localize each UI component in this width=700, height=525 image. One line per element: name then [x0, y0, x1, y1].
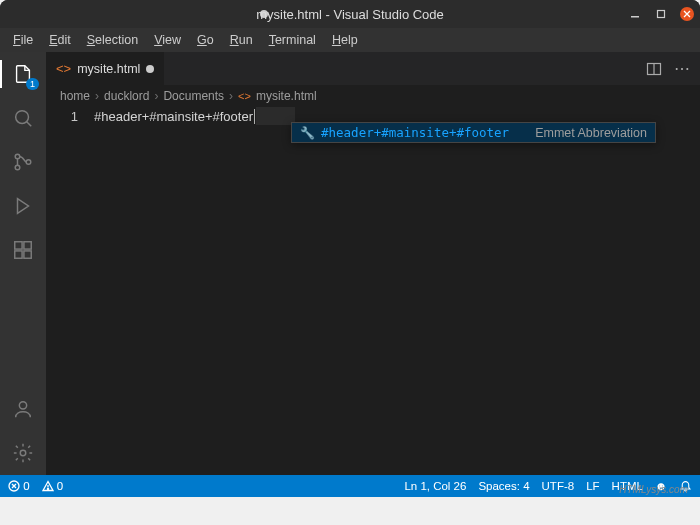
workbench-body: 1 — [0, 52, 700, 475]
run-debug-icon[interactable] — [9, 192, 37, 220]
explorer-icon[interactable]: 1 — [9, 60, 37, 88]
line-number: 1 — [46, 109, 78, 124]
encoding-status[interactable]: UTF-8 — [542, 480, 575, 492]
line-gutter: 1 — [46, 107, 94, 475]
cursor-position-status[interactable]: Ln 1, Col 26 — [404, 480, 466, 492]
suggestion-text: #header+#mainsite+#footer — [321, 125, 509, 140]
text-cursor-icon — [254, 109, 255, 124]
svg-rect-0 — [631, 16, 639, 18]
svg-rect-1 — [658, 11, 665, 18]
svg-rect-9 — [24, 251, 31, 258]
menu-run[interactable]: Run — [223, 31, 260, 49]
minimize-button[interactable] — [628, 7, 642, 21]
settings-gear-icon[interactable] — [9, 439, 37, 467]
tab-bar: <> mysite.html ⋯ — [46, 52, 700, 85]
maximize-button[interactable] — [654, 7, 668, 21]
menu-bar: File Edit Selection View Go Run Terminal… — [0, 28, 700, 52]
crumb-user[interactable]: ducklord — [104, 89, 149, 103]
close-button[interactable] — [680, 7, 694, 21]
title-bar[interactable]: mysite.html - Visual Studio Code — [0, 0, 700, 28]
minimap-viewport[interactable] — [256, 107, 295, 125]
svg-point-16 — [47, 488, 48, 489]
indent-status[interactable]: Spaces: 4 — [478, 480, 529, 492]
minimap[interactable] — [255, 107, 295, 475]
accounts-icon[interactable] — [9, 395, 37, 423]
suggestion-item[interactable]: 🔧 #header+#mainsite+#footer Emmet Abbrev… — [292, 123, 655, 142]
window-title: mysite.html - Visual Studio Code — [256, 7, 444, 22]
search-icon[interactable] — [9, 104, 37, 132]
chevron-right-icon: › — [95, 89, 99, 103]
tab-label: mysite.html — [77, 62, 140, 76]
code-content[interactable]: #header+#mainsite+#footer 🔧 #header+#mai… — [94, 107, 255, 475]
watermark-text: HTMLysys.com — [619, 484, 688, 495]
eol-status[interactable]: LF — [586, 480, 599, 492]
svg-rect-6 — [15, 242, 22, 249]
warnings-status[interactable]: 0 — [42, 480, 64, 492]
html-file-icon: <> — [56, 61, 71, 76]
svg-point-3 — [15, 154, 20, 159]
menu-help[interactable]: Help — [325, 31, 365, 49]
crumb-file[interactable]: mysite.html — [256, 89, 317, 103]
crumb-home[interactable]: home — [60, 89, 90, 103]
menu-file[interactable]: File — [6, 31, 40, 49]
breadcrumb[interactable]: home › ducklord › Documents › <> mysite.… — [46, 85, 700, 107]
tab-mysite[interactable]: <> mysite.html — [46, 52, 165, 85]
tab-modified-dot-icon — [146, 65, 154, 73]
crumb-folder[interactable]: Documents — [163, 89, 224, 103]
svg-point-2 — [16, 111, 29, 124]
chevron-right-icon: › — [154, 89, 158, 103]
svg-rect-7 — [24, 242, 31, 249]
wrench-icon: 🔧 — [300, 126, 315, 140]
suggestion-widget[interactable]: 🔧 #header+#mainsite+#footer Emmet Abbrev… — [291, 122, 656, 143]
menu-selection[interactable]: Selection — [80, 31, 145, 49]
menu-go[interactable]: Go — [190, 31, 221, 49]
menu-view[interactable]: View — [147, 31, 188, 49]
extensions-icon[interactable] — [9, 236, 37, 264]
code-editor[interactable]: 1 #header+#mainsite+#footer 🔧 #header+#m… — [46, 107, 700, 475]
explorer-badge: 1 — [26, 78, 39, 90]
html-file-icon: <> — [238, 90, 251, 102]
vscode-window: mysite.html - Visual Studio Code File Ed… — [0, 0, 700, 497]
code-text: #header+#mainsite+#footer — [94, 109, 253, 124]
source-control-icon[interactable] — [9, 148, 37, 176]
menu-edit[interactable]: Edit — [42, 31, 78, 49]
activity-bar: 1 — [0, 52, 46, 475]
chevron-right-icon: › — [229, 89, 233, 103]
suggestion-type: Emmet Abbreviation — [535, 126, 647, 140]
svg-point-4 — [15, 165, 20, 170]
svg-rect-8 — [15, 251, 22, 258]
svg-point-11 — [20, 450, 26, 456]
editor-group: <> mysite.html ⋯ home › ducklord › Docum… — [46, 52, 700, 475]
svg-point-10 — [19, 402, 26, 409]
errors-status[interactable]: 0 — [8, 480, 30, 492]
window-controls — [628, 7, 694, 21]
split-editor-icon[interactable] — [646, 61, 662, 77]
status-bar: 0 0 Ln 1, Col 26 Spaces: 4 UTF-8 LF HTML… — [0, 475, 700, 497]
svg-point-5 — [26, 160, 31, 165]
menu-terminal[interactable]: Terminal — [262, 31, 323, 49]
tab-actions: ⋯ — [636, 52, 700, 85]
more-actions-icon[interactable]: ⋯ — [674, 59, 690, 78]
